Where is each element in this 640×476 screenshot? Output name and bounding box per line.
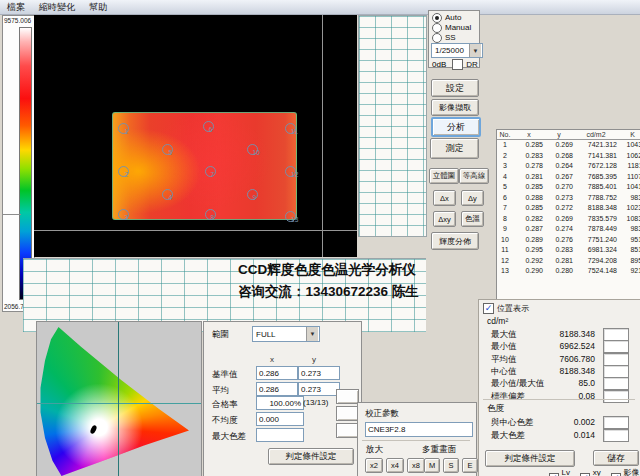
save-option-xy值[interactable]: ✓xy值: [580, 467, 603, 476]
cie-chromaticity-diagram[interactable]: [36, 321, 202, 476]
judge-condition-button-2[interactable]: 判定條件設定: [485, 450, 575, 467]
uniformity-label: 不均度: [212, 415, 238, 427]
table-row[interactable]: 80.2820.2697835.57910832: [497, 214, 640, 225]
ref-y-value: 0.273: [298, 382, 340, 396]
menu-item-幫助[interactable]: 幫助: [82, 1, 114, 14]
table-cell: 9: [497, 224, 515, 235]
table-cell: 7294.208: [575, 256, 619, 267]
luminance-dist-button[interactable]: 輝度分佈: [431, 232, 479, 250]
calibration-panel: 校正參數 CNE3F2.8 放大 x2x4x8 多重畫面 MSE: [357, 402, 477, 476]
measure-point-marker-2: 2: [118, 166, 128, 176]
table-cell: 7672.128: [575, 161, 619, 172]
result-indicator-box: [603, 365, 629, 378]
measure-button[interactable]: 測定: [430, 138, 479, 159]
judge-condition-button[interactable]: 判定條件設定: [268, 448, 354, 465]
save-button[interactable]: 儲存: [593, 450, 639, 466]
position-display-checkbox[interactable]: ✓ 位置表示: [483, 303, 529, 314]
calibration-value: CNE3F2.8: [365, 422, 473, 437]
radio-label: Auto: [445, 13, 461, 22]
table-cell: 10434: [619, 140, 640, 151]
table-cell: 0.269: [545, 214, 575, 225]
table-row[interactable]: 70.2850.2728188.34810238: [497, 203, 640, 214]
table-cell: 7885.401: [575, 182, 619, 193]
analyze-button[interactable]: 分析: [431, 117, 481, 137]
calibration-title: 校正參數: [365, 408, 399, 420]
chevron-down-icon[interactable]: ▼: [469, 44, 481, 57]
checkbox-icon: ✓: [580, 473, 590, 476]
range-select[interactable]: FULL ▼: [252, 326, 320, 342]
save-option-label: 影像檔: [624, 467, 640, 476]
uniformity-value: 0.000: [256, 412, 304, 426]
table-row[interactable]: 30.2780.2647672.12811811: [497, 161, 640, 172]
save-option-label: xy值: [593, 468, 603, 476]
result-row: 最小值6962.524: [491, 340, 633, 352]
delta-y-button[interactable]: Δy: [461, 190, 484, 206]
zoom-x4-button[interactable]: x4: [386, 458, 404, 473]
save-option-影像檔[interactable]: ✓影像檔: [611, 467, 640, 476]
table-row[interactable]: 40.2810.2677685.39511077: [497, 172, 640, 183]
table-row[interactable]: 20.2830.2687141.38110625: [497, 151, 640, 162]
table-header-row: No.xycd/m2K: [497, 130, 640, 140]
table-cell: 0.292: [515, 256, 545, 267]
table-cell: 0.276: [545, 235, 575, 246]
table-row[interactable]: 110.2950.2836981.3248514: [497, 245, 640, 256]
view3d-button[interactable]: 立體圖: [429, 168, 459, 184]
table-cell: 10832: [619, 214, 640, 225]
table-row[interactable]: 100.2890.2767751.2409519: [497, 235, 640, 246]
result-indicator-box: [603, 328, 629, 341]
range-value: FULL: [256, 330, 276, 339]
table-row[interactable]: 60.2880.2737788.7529834: [497, 193, 640, 204]
radio-label: SS: [445, 33, 456, 42]
delta-xy-button[interactable]: Δxy: [433, 211, 456, 227]
marker-number: 1: [124, 128, 128, 135]
shutter-select[interactable]: 1/25000 ▼: [431, 43, 483, 58]
table-cell: 5: [497, 182, 515, 193]
radio-icon: [432, 33, 442, 43]
marker-number: 7: [211, 171, 215, 178]
table-row[interactable]: 50.2850.2707885.40110416: [497, 182, 640, 193]
measurement-table-panel[interactable]: No.xycd/m2K 10.2850.2697421.3121043420.2…: [496, 129, 640, 300]
save-option-Lv值[interactable]: ✓Lv值: [549, 467, 572, 476]
table-cell: 11077: [619, 172, 640, 183]
color-temp-button[interactable]: 色溫: [461, 211, 484, 227]
table-row[interactable]: 10.2850.2697421.31210434: [497, 140, 640, 151]
table-row[interactable]: 120.2920.2817294.2088953: [497, 256, 640, 267]
settings-button[interactable]: 設定: [431, 79, 479, 97]
table-row[interactable]: 130.2900.2807524.1489217: [497, 266, 640, 277]
col-y-header: y: [312, 355, 316, 364]
zoom-x2-button[interactable]: x2: [365, 458, 383, 473]
radio-auto[interactable]: Auto: [432, 13, 479, 22]
table-cell: 0.285: [515, 182, 545, 193]
table-row[interactable]: 90.2870.2747878.4499832: [497, 224, 640, 235]
table-cell: 7835.579: [575, 214, 619, 225]
radio-manual[interactable]: Manual: [432, 23, 479, 32]
chroma-result-value: 0.002: [574, 417, 595, 427]
crosshair-vertical: [322, 15, 323, 257]
chevron-down-icon[interactable]: ▼: [306, 327, 318, 341]
menu-item-縮時變化[interactable]: 縮時變化: [32, 1, 82, 14]
multi-E-button[interactable]: E: [462, 458, 478, 473]
dr-checkbox[interactable]: DR: [452, 59, 478, 70]
result-indicator-box: [603, 390, 629, 403]
menu-item-檔案[interactable]: 檔案: [0, 1, 32, 14]
table-cell: 0.283: [545, 245, 575, 256]
divider: [362, 440, 470, 441]
ccd-image-viewport[interactable]: 16115102712493813: [34, 15, 357, 257]
table-cell: 7524.148: [575, 266, 619, 277]
capture-button[interactable]: 影像擷取: [431, 99, 479, 116]
chroma-indicator-box: [603, 416, 629, 429]
radio-ss[interactable]: SS: [432, 33, 479, 42]
ref-row-label: 平均: [212, 385, 229, 397]
multi-M-button[interactable]: M: [424, 458, 440, 473]
contour-button[interactable]: 等高線: [459, 168, 489, 184]
result-indicator-box: [603, 353, 629, 366]
table-cell: 0.268: [545, 151, 575, 162]
table-cell: 10625: [619, 151, 640, 162]
result-value: 85.0: [578, 378, 595, 388]
multi-S-button[interactable]: S: [443, 458, 459, 473]
delta-x-button[interactable]: Δx: [433, 190, 456, 206]
table-cell: 7878.449: [575, 224, 619, 235]
zoom-x8-button[interactable]: x8: [407, 458, 425, 473]
watermark-line1: CCD辉度色度色温光学分析仪: [238, 259, 419, 281]
unit-label: cd/m²: [487, 316, 508, 326]
